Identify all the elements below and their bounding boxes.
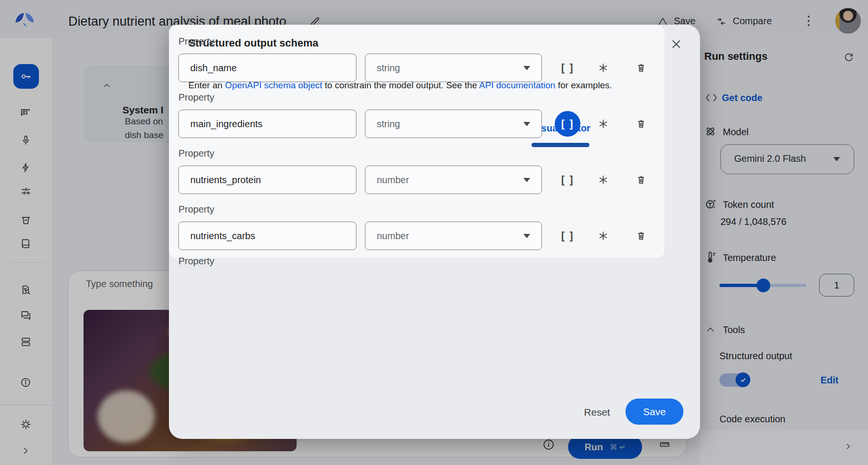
properties-panel: Property dish_name string [ ] Property m…	[169, 25, 664, 258]
property-type-select[interactable]: string	[365, 54, 542, 82]
delete-property-trash-icon[interactable]	[631, 113, 652, 134]
required-asterisk-button[interactable]	[593, 113, 614, 134]
property-label: Property	[178, 148, 215, 159]
property-label-clipped: Property	[178, 256, 215, 258]
property-name-input[interactable]: main_ingredients	[178, 110, 356, 138]
delete-property-trash-icon[interactable]	[631, 225, 652, 246]
property-type-value: string	[377, 63, 400, 74]
required-asterisk-button[interactable]	[593, 57, 614, 78]
chevron-down-icon	[523, 122, 530, 126]
property-type-select[interactable]: string	[365, 110, 542, 138]
array-toggle-button[interactable]: [ ]	[557, 169, 578, 190]
chevron-down-icon	[523, 178, 530, 182]
reset-button[interactable]: Reset	[577, 401, 617, 423]
property-name-input[interactable]: nutrients_protein	[178, 166, 356, 194]
array-toggle-button[interactable]: [ ]	[557, 225, 578, 246]
property-label: Property	[178, 204, 215, 215]
modal-save-button[interactable]: Save	[625, 399, 683, 425]
chevron-down-icon	[523, 234, 530, 238]
app-root: Dietary nutrient analysis of meal photo …	[0, 0, 868, 465]
chevron-down-icon	[523, 66, 530, 70]
delete-property-trash-icon[interactable]	[631, 57, 652, 78]
array-toggle-button[interactable]: [ ]	[557, 57, 578, 78]
active-tab-underline	[532, 143, 589, 147]
property-label: Property	[178, 36, 215, 47]
structured-output-modal: Structured output schema Enter an OpenAP…	[169, 25, 700, 439]
property-name-value: dish_name	[190, 63, 237, 74]
delete-property-trash-icon[interactable]	[631, 169, 652, 190]
required-asterisk-button[interactable]	[593, 225, 614, 246]
property-type-value: number	[377, 231, 409, 242]
property-type-select[interactable]: number	[365, 222, 542, 250]
property-name-input[interactable]: dish_name	[178, 54, 356, 82]
property-name-value: nutrients_carbs	[190, 231, 255, 242]
required-asterisk-button[interactable]	[593, 169, 614, 190]
desc-text: for examples.	[555, 80, 612, 90]
property-type-value: string	[377, 119, 400, 130]
property-type-select[interactable]: number	[365, 166, 542, 194]
property-name-input[interactable]: nutrients_carbs	[178, 222, 356, 250]
property-name-value: main_ingredients	[190, 119, 262, 130]
property-label: Property	[178, 92, 215, 103]
close-icon[interactable]	[670, 37, 683, 51]
array-toggle-button-active[interactable]: [ ]	[555, 111, 580, 137]
property-name-value: nutrients_protein	[190, 175, 261, 186]
property-type-value: number	[377, 175, 409, 186]
